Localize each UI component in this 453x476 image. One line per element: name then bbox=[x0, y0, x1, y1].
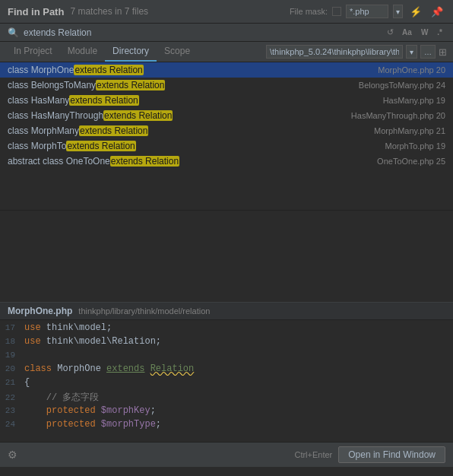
match-case-button[interactable]: Aa bbox=[399, 27, 415, 37]
result-row[interactable]: class HasManyThrough extends Relation Ha… bbox=[0, 108, 453, 123]
line-content: use think\model; bbox=[24, 322, 112, 333]
file-mask-label: File mask: bbox=[290, 7, 328, 16]
result-row[interactable]: class BelongsToMany extends Relation Bel… bbox=[0, 78, 453, 93]
refresh-button[interactable]: ↺ bbox=[385, 27, 396, 38]
header-left: Find in Path 7 matches in 7 files bbox=[8, 6, 148, 17]
code-line-21: 21 { bbox=[0, 376, 453, 390]
empty-results-area bbox=[0, 211, 453, 302]
result-match: extends Relation bbox=[103, 110, 173, 121]
result-text: abstract class OneToOne extends Relation bbox=[8, 156, 179, 167]
grid-view-button[interactable]: ⊞ bbox=[439, 46, 447, 58]
dialog-title: Find in Path bbox=[8, 6, 64, 17]
footer-left: ⚙ bbox=[8, 449, 17, 461]
line-number: 21 bbox=[0, 378, 24, 387]
search-input[interactable] bbox=[24, 27, 380, 38]
line-number: 20 bbox=[0, 364, 24, 373]
path-more-button[interactable]: … bbox=[420, 45, 436, 59]
tab-in-project[interactable]: In Project bbox=[6, 42, 60, 62]
results-list: class MorphOne extends Relation MorphOne… bbox=[0, 62, 453, 211]
result-text: class HasMany extends Relation bbox=[8, 95, 139, 106]
result-match: extends Relation bbox=[79, 125, 148, 136]
result-prefix: class MorphMany bbox=[8, 125, 79, 136]
result-prefix: abstract class OneToOne bbox=[8, 156, 110, 167]
result-row[interactable]: class HasMany extends Relation HasMany.p… bbox=[0, 93, 453, 108]
result-text: class HasManyThrough extends Relation bbox=[8, 110, 173, 121]
line-number: 22 bbox=[0, 393, 24, 402]
tabs-row: In Project Module Directory Scope ▾ … ⊞ bbox=[0, 42, 453, 62]
footer: ⚙ Ctrl+Enter Open in Find Window bbox=[0, 442, 453, 467]
preview-filename: MorphOne.php bbox=[8, 306, 72, 316]
code-lines: 17 use think\model; 18 use think\model\R… bbox=[0, 320, 453, 442]
search-actions: ↺ Aa W .* bbox=[385, 27, 445, 38]
line-content bbox=[24, 350, 30, 360]
result-file: HasManyThrough.php 20 bbox=[351, 111, 445, 120]
open-in-find-window-button[interactable]: Open in Find Window bbox=[338, 446, 445, 463]
search-icon: 🔍 bbox=[8, 27, 19, 38]
line-content: protected $morphKey; bbox=[24, 405, 156, 416]
result-prefix: class MorphTo bbox=[8, 141, 66, 151]
code-line-22: 22 // 多态字段 bbox=[0, 390, 453, 405]
whole-word-button[interactable]: W bbox=[418, 27, 431, 37]
line-content: { bbox=[24, 377, 30, 388]
settings-icon[interactable]: ⚙ bbox=[8, 449, 17, 461]
result-row[interactable]: abstract class OneToOne extends Relation… bbox=[0, 154, 453, 169]
result-text: class BelongsToMany extends Relation bbox=[8, 80, 165, 90]
line-number: 24 bbox=[0, 420, 24, 429]
result-prefix: class HasMany bbox=[8, 95, 69, 106]
line-number: 17 bbox=[0, 323, 24, 332]
result-row[interactable]: class MorphOne extends Relation MorphOne… bbox=[0, 62, 453, 78]
file-mask-input[interactable] bbox=[346, 5, 388, 18]
result-match: extends Relation bbox=[96, 80, 165, 90]
preview-filepath: thinkphp/library/think/model/relation bbox=[78, 306, 210, 316]
result-match: extends Relation bbox=[69, 95, 138, 106]
search-bar: 🔍 ↺ Aa W .* bbox=[0, 24, 453, 42]
result-file: OneToOne.php 25 bbox=[377, 157, 445, 166]
result-file: BelongsToMany.php 24 bbox=[359, 81, 445, 90]
code-header: MorphOne.php thinkphp/library/think/mode… bbox=[0, 303, 453, 320]
tab-directory[interactable]: Directory bbox=[105, 42, 157, 62]
header-right: File mask: ▾ ⚡ 📌 bbox=[290, 5, 445, 18]
code-line-23: 23 protected $morphKey; bbox=[0, 405, 453, 418]
line-content: protected $morphType; bbox=[24, 419, 161, 430]
result-match: extends Relation bbox=[66, 141, 135, 151]
result-file: HasMany.php 19 bbox=[383, 96, 445, 105]
result-row[interactable]: class MorphTo extends Relation MorphTo.p… bbox=[0, 138, 453, 154]
shortcut-label: Ctrl+Enter bbox=[294, 450, 332, 459]
code-line-24: 24 protected $morphType; bbox=[0, 418, 453, 432]
line-content: use think\model\Relation; bbox=[24, 336, 161, 347]
path-dropdown-button[interactable]: ▾ bbox=[406, 45, 417, 59]
code-line-19: 19 bbox=[0, 349, 453, 363]
line-number: 23 bbox=[0, 406, 24, 415]
tab-module[interactable]: Module bbox=[60, 42, 105, 62]
find-in-path-header: Find in Path 7 matches in 7 files File m… bbox=[0, 0, 453, 24]
tab-scope[interactable]: Scope bbox=[157, 42, 198, 62]
file-mask-checkbox[interactable] bbox=[332, 7, 341, 16]
code-line-20: 20 class MorphOne extends Relation bbox=[0, 363, 453, 376]
code-preview: MorphOne.php thinkphp/library/think/mode… bbox=[0, 302, 453, 442]
file-mask-dropdown[interactable]: ▾ bbox=[393, 5, 403, 18]
result-prefix: class MorphOne bbox=[8, 65, 74, 75]
result-text: class MorphMany extends Relation bbox=[8, 125, 148, 136]
regex-button[interactable]: .* bbox=[434, 27, 445, 37]
filter-icon[interactable]: ⚡ bbox=[407, 5, 424, 18]
footer-right: Ctrl+Enter Open in Find Window bbox=[294, 446, 445, 463]
result-prefix: class BelongsToMany bbox=[8, 80, 96, 90]
result-file: MorphTo.php 19 bbox=[385, 141, 446, 151]
result-prefix: class HasManyThrough bbox=[8, 110, 103, 121]
result-match: extends Relation bbox=[110, 156, 179, 167]
line-number: 19 bbox=[0, 351, 24, 360]
match-count: 7 matches in 7 files bbox=[70, 6, 148, 17]
line-content: // 多态字段 bbox=[24, 391, 99, 404]
pin-icon[interactable]: 📌 bbox=[429, 5, 445, 18]
code-line-17: 17 use think\model; bbox=[0, 322, 453, 335]
directory-path-input[interactable] bbox=[266, 45, 403, 59]
result-file: MorphOne.php 20 bbox=[378, 65, 445, 75]
result-match: extends Relation bbox=[74, 65, 143, 75]
code-line-18: 18 use think\model\Relation; bbox=[0, 335, 453, 349]
line-number: 18 bbox=[0, 337, 24, 346]
result-text: class MorphOne extends Relation bbox=[8, 65, 144, 75]
line-content: class MorphOne extends Relation bbox=[24, 363, 194, 374]
result-row[interactable]: class MorphMany extends Relation MorphMa… bbox=[0, 123, 453, 138]
path-section: ▾ … ⊞ bbox=[266, 45, 447, 59]
result-text: class MorphTo extends Relation bbox=[8, 141, 136, 151]
